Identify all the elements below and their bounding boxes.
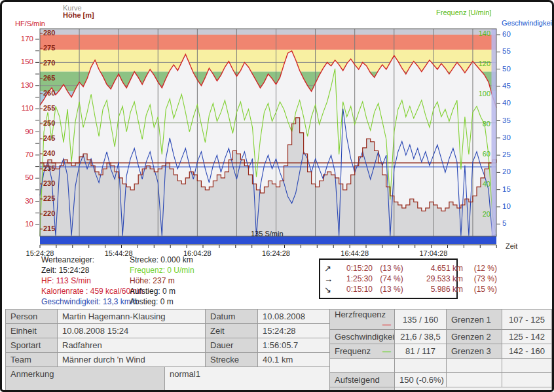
cursor-distance: Strecke: 0.000 km [130,255,254,265]
cursor-descent: Abstieg: 0 m [130,296,254,307]
grenzen1-value: 107 - 125 [502,310,552,330]
strecke-value: 40.1 km [258,353,330,367]
info-table: Person Martin Hagemann-Klausing Datum 10… [5,309,330,367]
person-label: Person [6,310,58,324]
herzfrequenz-text: Herzfrequenz [335,310,386,319]
grenzen3-value: 142 - 160 [502,344,552,359]
plot-area[interactable] [2,2,554,261]
table-row: Anmerkung normal1 [6,367,330,392]
grenzen2-value: 125 - 142 [502,330,552,344]
downhill-time-pct: (13 %) [373,285,411,294]
cursor-altitude: Höhe: 237 m [130,276,254,286]
herzfrequenz-label: Herzfrequenz— [330,310,395,330]
empty-cell [447,373,502,387]
right-edge-strip [492,29,497,236]
grenzen1-label: Grenzen 1 [447,310,502,330]
table-row: Frequenz— 81 / 117 Grenzen 3 142 - 160 [330,344,552,359]
anmerkung-value: normal1 [165,367,330,392]
frequenz-value: 81 / 117 [395,344,447,359]
sportart-label: Sportart [6,338,58,353]
flat-distance: 29.533 km [411,274,463,284]
selection-average-label: 135 S/min [251,230,284,238]
table-row: Geschwindigkeit 21,6 / 38,5 Grenzen 2 12… [330,330,552,344]
flat-time-pct: (74 %) [373,274,411,284]
datum-value: 10.08.2008 [258,310,330,324]
uphill-distance: 4.651 km [411,264,463,274]
grenzen2-label: Grenzen 2 [447,330,502,344]
uphill-time: 0:15:20 [337,264,373,274]
downhill-distance: 5.986 km [411,285,463,294]
zeit-value: 15:24:28 [258,324,330,338]
uphill-arrow-icon: ↗ [324,264,337,274]
time-axis [40,245,496,248]
table-row: Herzfrequenz— 135 / 160 Grenzen 1 107 - … [330,310,552,330]
hf-axis-ticks [35,39,39,224]
team-value: Männer durch 'n Wind [58,353,206,367]
table-row: Aufsteigend 150 (-0.6%) [330,373,552,387]
einheit-label: Einheit [6,324,58,338]
auswahl-label: Auswahl [330,387,395,392]
frequenz-text: Frequenz [335,346,371,356]
empty-cell [330,359,395,373]
interval-summary-box: ↗ 0:15:20 (13 %) 4.651 km (12 %) → 1:25:… [319,258,458,299]
cursor-cadence: Frequenz: 0 U/min [130,265,254,276]
table-row: Sportart Radfahren Dauer 1:56:05.7 [6,338,330,353]
auswahl-value: 15:24:28 - 17:20:33 (1:56:05.0) [395,387,552,392]
table-row: Person Martin Hagemann-Klausing Datum 10… [6,310,330,324]
empty-cell [502,373,552,387]
zeit-label: Zeit [206,324,258,338]
geschwindigkeit-label: Geschwindigkeit [330,330,395,344]
einheit-value: 10.08.2008 15:24 [58,324,206,338]
uphill-distance-pct: (12 %) [463,264,497,274]
aufsteigend-value: 150 (-0.6%) [395,373,447,387]
geschwindigkeit-value: 21,6 / 38,5 [395,330,447,344]
person-value: Martin Hagemann-Klausing [58,310,206,324]
dauer-label: Dauer [206,338,258,353]
empty-cell [502,359,552,373]
speed-axis-ticks [497,35,501,224]
cursor-ascent: Aufstieg: 0 m [130,286,254,296]
table-row: Einheit 10.08.2008 15:24 Zeit 15:24:28 [6,324,330,338]
frequenz-label: Frequenz— [330,344,395,359]
table-row: Auswahl 15:24:28 - 17:20:33 (1:56:05.0) [330,387,552,392]
flat-time: 1:25:30 [337,274,373,284]
table-row: Team Männer durch 'n Wind Strecke 40.1 k… [6,353,330,367]
flat-distance-pct: (73 %) [463,274,497,284]
application-window: Kurve Höhe [m] HF/S/min Frequenz [U/min]… [0,0,554,392]
team-label: Team [6,353,58,367]
flat-arrow-icon: → [324,274,337,284]
uphill-time-pct: (13 %) [373,264,411,274]
cadence-legend-dash: — [382,346,391,356]
value-panel-col2: Strecke: 0.000 km Frequenz: 0 U/min Höhe… [130,255,254,307]
heart-rate-legend-dash: — [382,319,391,329]
empty-cell [447,359,502,373]
sportart-value: Radfahren [58,338,206,353]
note-table: Anmerkung normal1 [5,366,330,392]
stats-table: Herzfrequenz— 135 / 160 Grenzen 1 107 - … [329,309,552,392]
grenzen3-label: Grenzen 3 [447,344,502,359]
herzfrequenz-value: 135 / 160 [395,310,447,330]
aufsteigend-label: Aufsteigend [330,373,395,387]
dauer-value: 1:56:05.7 [258,338,330,353]
downhill-time: 0:15:10 [337,285,373,294]
downhill-distance-pct: (15 %) [463,285,497,294]
anmerkung-label: Anmerkung [6,367,165,392]
strecke-label: Strecke [206,353,258,367]
empty-cell [395,359,447,373]
downhill-arrow-icon: ↘ [324,285,337,294]
datum-label: Datum [206,310,258,324]
table-row [330,359,552,373]
